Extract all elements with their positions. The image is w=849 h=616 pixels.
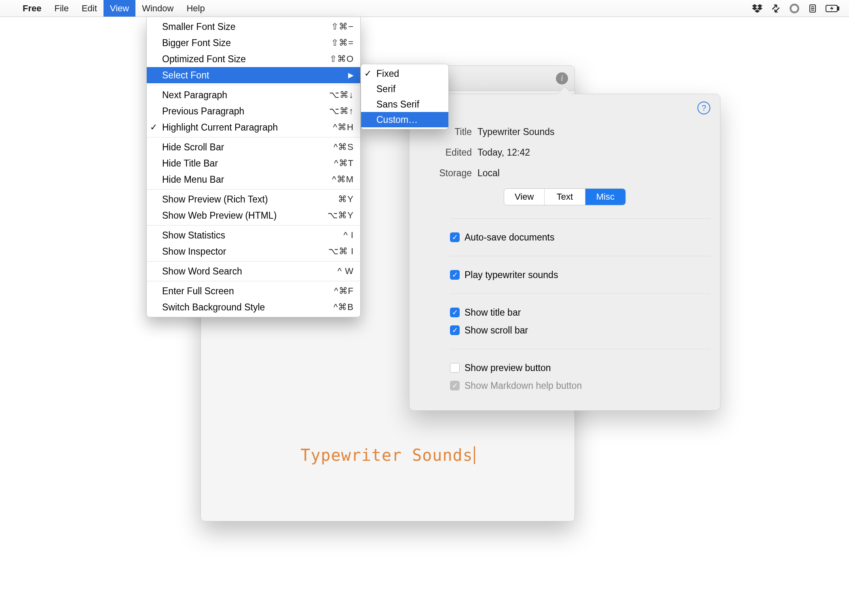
meta-storage-value: Local: [477, 168, 710, 179]
status-icons: [752, 3, 849, 14]
menu-window[interactable]: Window: [135, 0, 180, 17]
menu-select-font[interactable]: Select Font ▶: [147, 67, 360, 83]
check-typewriter[interactable]: ✓ Play typewriter sounds: [450, 266, 710, 284]
checkbox-icon: ✓: [450, 308, 460, 317]
submenu-custom[interactable]: Custom…: [361, 112, 448, 127]
menu-edit[interactable]: Edit: [75, 0, 103, 17]
menu-show-preview[interactable]: Show Preview (Rich Text) ⌘Y: [147, 191, 360, 207]
meta-storage-label: Storage: [419, 168, 472, 179]
checkmark-icon: ✓: [150, 122, 157, 133]
submenu-fixed[interactable]: ✓ Fixed: [361, 66, 448, 81]
checkbox-icon: ✓: [450, 325, 460, 335]
menu-bigger-font[interactable]: Bigger Font Size ⇧⌘=: [147, 35, 360, 51]
checkmark-icon: ✓: [364, 68, 372, 79]
document-text: Typewriter Sounds: [201, 446, 574, 464]
checkbox-icon: [450, 363, 460, 373]
submenu-sans-serif[interactable]: Sans Serif: [361, 97, 448, 112]
inspector-tabs: View Text Misc: [504, 188, 626, 205]
menu-hide-titlebar[interactable]: Hide Title Bar ^⌘T: [147, 155, 360, 171]
meta-title-value: Typewriter Sounds: [477, 127, 710, 137]
svg-rect-6: [838, 7, 839, 10]
meta-edited-label: Edited: [419, 147, 472, 158]
check-preview[interactable]: Show preview button: [450, 359, 710, 377]
menu-show-word-search[interactable]: Show Word Search ^ W: [147, 263, 360, 279]
sync-icon[interactable]: [771, 3, 781, 14]
tab-text[interactable]: Text: [545, 189, 585, 205]
select-font-submenu: ✓ Fixed Serif Sans Serif Custom…: [361, 64, 449, 129]
submenu-arrow-icon: ▶: [348, 71, 354, 80]
check-autosave[interactable]: ✓ Auto-save documents: [450, 228, 710, 246]
menu-switch-bg[interactable]: Switch Background Style ^⌘B: [147, 299, 360, 315]
menu-full-screen[interactable]: Enter Full Screen ^⌘F: [147, 283, 360, 299]
menu-hide-scrollbar[interactable]: Hide Scroll Bar ^⌘S: [147, 139, 360, 155]
menu-smaller-font[interactable]: Smaller Font Size ⇧⌘−: [147, 19, 360, 35]
svg-point-0: [790, 4, 798, 13]
menu-help[interactable]: Help: [180, 0, 211, 17]
check-markdown-label: Show Markdown help button: [465, 380, 582, 391]
menu-show-statistics[interactable]: Show Statistics ^ I: [147, 227, 360, 243]
check-scrollbar-label: Show scroll bar: [465, 325, 528, 336]
check-titlebar[interactable]: ✓ Show title bar: [450, 304, 710, 321]
check-titlebar-label: Show title bar: [465, 307, 521, 318]
battery-icon[interactable]: [826, 4, 839, 13]
check-preview-label: Show preview button: [465, 363, 551, 373]
text-cursor: [474, 446, 475, 464]
check-typewriter-label: Play typewriter sounds: [465, 270, 558, 281]
tab-view[interactable]: View: [504, 189, 545, 205]
view-menu-dropdown: Smaller Font Size ⇧⌘− Bigger Font Size ⇧…: [146, 17, 361, 317]
menu-view[interactable]: View: [103, 0, 135, 17]
checkbox-icon: ✓: [450, 270, 460, 280]
help-icon[interactable]: ?: [697, 101, 710, 114]
menu-previous-paragraph[interactable]: Previous Paragraph ⌥⌘↑: [147, 103, 360, 119]
dropbox-icon[interactable]: [752, 3, 762, 14]
clipboard-icon[interactable]: [808, 3, 817, 14]
check-markdown: ✓ Show Markdown help button: [450, 377, 710, 394]
menu-show-web-preview[interactable]: Show Web Preview (HTML) ⌥⌘Y: [147, 207, 360, 224]
menu-file[interactable]: File: [48, 0, 75, 17]
info-icon[interactable]: i: [556, 72, 568, 84]
menu-highlight-paragraph[interactable]: ✓ Highlight Current Paragraph ^⌘H: [147, 119, 360, 135]
check-autosave-label: Auto-save documents: [465, 232, 554, 243]
checkbox-icon: ✓: [450, 381, 460, 390]
app-menu[interactable]: Free: [16, 0, 48, 17]
menu-show-inspector[interactable]: Show Inspector ⌥⌘ I: [147, 243, 360, 259]
checkbox-icon: ✓: [450, 232, 460, 242]
menubar: Free File Edit View Window Help: [0, 0, 849, 17]
check-scrollbar[interactable]: ✓ Show scroll bar: [450, 321, 710, 339]
menu-next-paragraph[interactable]: Next Paragraph ⌥⌘↓: [147, 87, 360, 103]
menu-optimized-font[interactable]: Optimized Font Size ⇧⌘O: [147, 51, 360, 67]
submenu-serif[interactable]: Serif: [361, 81, 448, 97]
meta-edited-value: Today, 12:42: [477, 147, 710, 158]
menu-hide-menubar[interactable]: Hide Menu Bar ^⌘M: [147, 171, 360, 188]
inspector-popover: ector ? Title Typewriter Sounds Edited T…: [409, 94, 720, 411]
circle-icon[interactable]: [789, 3, 800, 14]
tab-misc[interactable]: Misc: [585, 189, 625, 205]
